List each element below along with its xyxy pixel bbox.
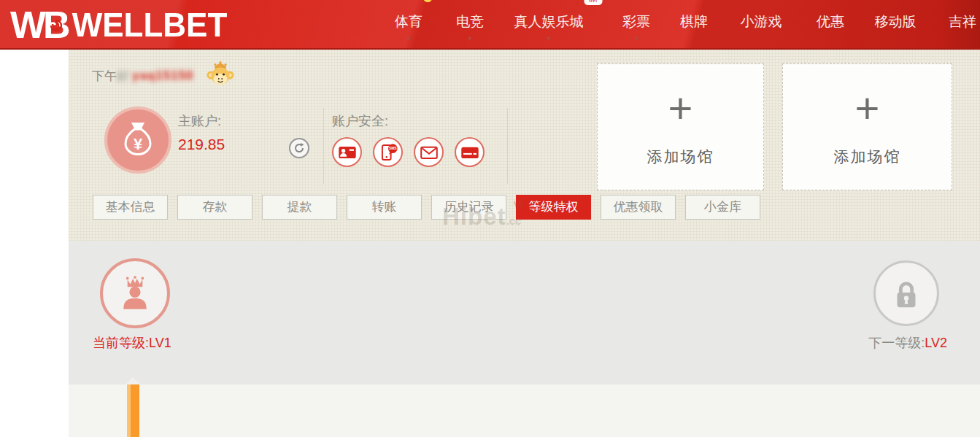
wellbet-logo[interactable]: WB WELLBET bbox=[10, 3, 227, 47]
flame-icon bbox=[423, 0, 433, 3]
main-account-label: 主账户: bbox=[178, 112, 221, 130]
logo-wordmark: WELLBET bbox=[72, 8, 228, 42]
next-level-badge bbox=[873, 260, 939, 326]
nav-item-label: 优惠 bbox=[817, 12, 844, 31]
account-balance: 219.85 bbox=[178, 136, 225, 153]
nav-item-label: 移动版 bbox=[875, 12, 917, 31]
plus-icon: + bbox=[855, 87, 880, 129]
nav-item-mini-games[interactable]: 小游戏 bbox=[741, 0, 782, 50]
account-panel: 下午好 yaq15150 ¥ 主账户: 219.85 账户安全: bbox=[69, 50, 980, 241]
nav-item-label: 体育 bbox=[395, 12, 423, 31]
greeting-text: 下午 bbox=[92, 68, 117, 85]
nav-item-live-casino[interactable]: 新 真人娱乐城 ▼ bbox=[514, 0, 584, 50]
add-venue-label: 添加场馆 bbox=[834, 147, 901, 167]
nav-item-label: 真人娱乐城 bbox=[514, 12, 584, 31]
nav-item-label: 吉祥 bbox=[949, 12, 976, 31]
current-level-value: LV1 bbox=[149, 336, 171, 350]
chevron-down-icon: ▼ bbox=[406, 36, 412, 42]
nav-item-mobile[interactable]: 移动版 bbox=[875, 0, 917, 50]
sms-text: SMS bbox=[388, 147, 396, 150]
username: yaq15150 bbox=[132, 69, 194, 83]
chevron-down-icon: ▼ bbox=[546, 36, 552, 42]
nav-item-sports[interactable]: 体育 ▼ bbox=[395, 0, 423, 50]
top-navbar: WB WELLBET 体育 ▼ 电竞 ▼ 新 真人娱乐城 ▼ 彩票 ▼ 棋牌 小… bbox=[0, 0, 980, 50]
chevron-down-icon: ▼ bbox=[467, 36, 474, 42]
nav-item-label: 小游戏 bbox=[741, 12, 782, 31]
id-card-icon[interactable] bbox=[332, 137, 362, 167]
monkey-avatar bbox=[206, 60, 235, 89]
tab-vault[interactable]: 小金库 bbox=[685, 195, 760, 220]
tab-history[interactable]: 历史记录 bbox=[431, 195, 506, 220]
nav-item-label: 彩票 bbox=[622, 12, 650, 31]
divider bbox=[323, 108, 324, 184]
nav-item-lottery[interactable]: 彩票 ▼ bbox=[622, 0, 650, 50]
bank-card-icon[interactable] bbox=[455, 137, 485, 167]
next-level-value: LV2 bbox=[925, 336, 947, 350]
account-security-label: 账户安全: bbox=[332, 112, 388, 130]
yuan-symbol: ¥ bbox=[134, 135, 143, 153]
tab-promo-claim[interactable]: 优惠领取 bbox=[601, 195, 676, 220]
mail-icon[interactable] bbox=[414, 137, 444, 167]
refresh-icon bbox=[293, 142, 305, 154]
plus-icon: + bbox=[668, 87, 693, 129]
logo-spiral-icon bbox=[48, 18, 64, 34]
sms-phone-icon[interactable]: SMS bbox=[373, 137, 403, 167]
level-progress-panel bbox=[69, 384, 980, 437]
nav-item-promotions[interactable]: 优惠 bbox=[817, 0, 844, 50]
nav-item-jixiang[interactable]: 吉祥 bbox=[949, 0, 976, 50]
current-level-badge bbox=[100, 258, 170, 328]
tab-transfer[interactable]: 转账 bbox=[347, 195, 422, 220]
account-tabs: 基本信息 存款 提款 转账 历史记录 等级特权 优惠领取 小金库 bbox=[93, 195, 760, 220]
add-venue-card[interactable]: + 添加场馆 bbox=[782, 63, 952, 190]
security-icon-row: SMS bbox=[332, 137, 485, 167]
nav-item-label: 棋牌 bbox=[680, 12, 708, 31]
next-level-text: 下一等级:LV2 bbox=[868, 334, 947, 352]
money-bag-icon: ¥ bbox=[104, 107, 171, 174]
chevron-down-icon: ▼ bbox=[633, 36, 640, 42]
current-level-label: 当前等级: bbox=[93, 336, 149, 350]
divider bbox=[507, 108, 508, 184]
level-progress-bar bbox=[127, 384, 139, 437]
tab-withdraw[interactable]: 提款 bbox=[262, 195, 337, 220]
new-badge: 新 bbox=[584, 0, 603, 5]
add-venue-card[interactable]: + 添加场馆 bbox=[597, 63, 764, 190]
tab-deposit[interactable]: 存款 bbox=[177, 195, 252, 220]
greeting-text-blurred: 好 bbox=[117, 68, 129, 85]
refresh-balance-button[interactable] bbox=[289, 138, 309, 158]
nav-item-board-games[interactable]: 棋牌 bbox=[680, 0, 708, 50]
next-level-label: 下一等级: bbox=[868, 336, 925, 350]
lock-icon bbox=[890, 276, 923, 310]
greeting: 下午好 yaq15150 bbox=[92, 63, 235, 89]
tab-basic-info[interactable]: 基本信息 bbox=[93, 195, 168, 220]
progress-pointer-icon bbox=[126, 377, 140, 384]
add-venue-label: 添加场馆 bbox=[647, 147, 714, 167]
level-panel: 当前等级:LV1 下一等级:LV2 bbox=[69, 241, 980, 384]
nav-item-label: 电竞 bbox=[456, 12, 484, 31]
tab-level-privileges[interactable]: 等级特权 bbox=[516, 195, 591, 220]
nav-item-esports[interactable]: 电竞 ▼ bbox=[456, 0, 484, 50]
crown-user-icon bbox=[116, 274, 154, 312]
current-level-text: 当前等级:LV1 bbox=[93, 334, 171, 352]
